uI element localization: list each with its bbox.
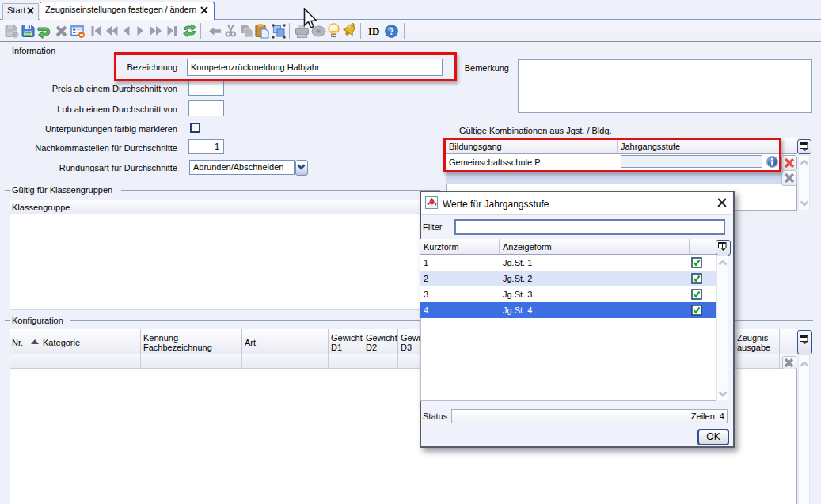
svg-text:?: ? [390,27,394,36]
